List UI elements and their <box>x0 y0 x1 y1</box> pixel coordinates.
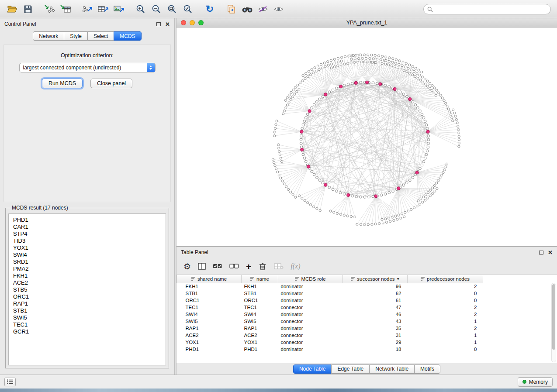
criterion-dropdown[interactable]: largest connected component (undirected) <box>19 63 156 72</box>
table-row[interactable]: RAP1 RAP1 dominator 35 2 <box>177 325 483 332</box>
cell-shared-name: ORC1 <box>177 297 242 304</box>
minimize-window-button[interactable] <box>190 20 195 25</box>
search-input[interactable] <box>423 4 551 14</box>
application-window: ↻ Control Panel ✕ <box>0 0 557 392</box>
panel-list-icon <box>7 379 13 384</box>
find-button[interactable] <box>239 2 255 16</box>
show-all-button[interactable] <box>271 2 287 16</box>
column-header-predecessor-nodes[interactable]: predecessor nodes <box>408 275 483 283</box>
column-header-mcds-role[interactable]: MCDS role <box>278 275 343 283</box>
table-row[interactable]: ORC1 ORC1 dominator 61 0 <box>177 297 483 304</box>
mcds-result-item[interactable]: STB5 <box>13 286 166 293</box>
tab-network-table[interactable]: Network Table <box>369 364 415 374</box>
zoom-fit-button[interactable] <box>164 2 180 16</box>
table-row[interactable]: SWI4 SWI4 dominator 46 2 <box>177 311 483 318</box>
mcds-result-item[interactable]: STP4 <box>13 230 166 237</box>
float-panel-icon[interactable] <box>156 22 161 26</box>
table-row[interactable]: ACE2 ACE2 connector 31 1 <box>177 332 483 339</box>
cell-name: SWI4 <box>242 311 278 318</box>
mcds-result-item[interactable]: ACE2 <box>13 279 166 286</box>
mcds-result-item[interactable]: FKH1 <box>13 272 166 279</box>
tab-motifs[interactable]: Motifs <box>414 364 440 374</box>
memory-button[interactable]: Memory <box>518 377 553 387</box>
cell-shared-name: PHD1 <box>177 346 242 353</box>
delete-column-button[interactable] <box>258 261 267 272</box>
cell-mcds-role: dominator <box>278 325 343 332</box>
clone-network-button[interactable] <box>224 2 239 16</box>
table-row[interactable]: YOX1 YOX1 connector 29 1 <box>177 339 483 346</box>
column-header-name[interactable]: name <box>242 275 278 283</box>
export-image-button[interactable] <box>111 2 127 16</box>
mcds-result-item[interactable]: TID3 <box>13 237 166 244</box>
columns-icon <box>198 263 206 270</box>
dropdown-stepper-icon <box>147 63 155 72</box>
gear-icon: ⚙ <box>183 262 191 271</box>
table-row[interactable]: SWI5 SWI5 connector 43 1 <box>177 318 483 325</box>
table-row[interactable]: STB1 STB1 dominator 62 0 <box>177 290 483 297</box>
mcds-result-item[interactable]: CAR1 <box>13 224 166 230</box>
import-network-button[interactable] <box>42 2 58 16</box>
mcds-result-item[interactable]: TEC1 <box>13 321 166 328</box>
network-canvas[interactable] <box>176 28 557 246</box>
close-table-panel-icon[interactable]: ✕ <box>548 250 553 255</box>
memory-status-icon <box>522 380 526 384</box>
mcds-result-item[interactable]: PMA2 <box>13 265 166 272</box>
mcds-result-item[interactable]: PHD1 <box>13 217 166 224</box>
cell-predecessor-nodes: 2 <box>408 325 483 332</box>
close-panel-icon[interactable]: ✕ <box>165 21 170 27</box>
tab-style[interactable]: Style <box>64 31 88 41</box>
cell-mcds-role: dominator <box>278 297 343 304</box>
deselect-all-button[interactable] <box>229 261 239 272</box>
mcds-result-item[interactable]: SWI5 <box>13 314 166 321</box>
tab-mcds[interactable]: MCDS <box>114 31 141 41</box>
open-file-button[interactable] <box>4 2 20 16</box>
close-panel-button[interactable]: Close panel <box>90 79 132 88</box>
cell-shared-name: RAP1 <box>177 325 242 332</box>
add-column-button[interactable]: + <box>246 261 251 272</box>
tab-edge-table[interactable]: Edge Table <box>331 364 370 374</box>
cell-successor-nodes: 62 <box>343 290 408 297</box>
run-mcds-button[interactable]: Run MCDS <box>42 79 83 88</box>
zoom-in-button[interactable] <box>133 2 149 16</box>
cell-successor-nodes: 35 <box>343 325 408 332</box>
table-toolbar: ⚙ + f <box>176 258 557 275</box>
table-row[interactable]: PHD1 PHD1 dominator 18 0 <box>177 346 483 353</box>
show-panels-button[interactable] <box>4 378 16 386</box>
network-and-table-area: YPA_prune.txt_1 Table Panel ✕ <box>176 18 557 375</box>
mcds-result-item[interactable]: RAP1 <box>13 300 166 307</box>
export-table-button[interactable] <box>95 2 111 16</box>
zoom-out-button[interactable] <box>149 2 164 16</box>
zoom-selected-button[interactable] <box>180 2 196 16</box>
mcds-result-item[interactable]: ORC1 <box>13 293 166 300</box>
cell-successor-nodes: 61 <box>343 297 408 304</box>
column-header-shared-name[interactable]: shared name <box>177 275 242 283</box>
table-settings-button[interactable]: ⚙ <box>183 261 191 272</box>
tab-node-table[interactable]: Node Table <box>293 364 332 374</box>
table-row[interactable]: TEC1 TEC1 connector 47 2 <box>177 304 483 311</box>
import-table-button[interactable] <box>58 2 73 16</box>
mcds-result-item[interactable]: YOX1 <box>13 244 166 251</box>
show-columns-button[interactable] <box>198 261 206 272</box>
close-window-button[interactable] <box>181 20 186 25</box>
tab-select[interactable]: Select <box>87 31 114 41</box>
tab-network[interactable]: Network <box>33 31 64 41</box>
hide-selected-button[interactable] <box>255 2 271 16</box>
mcds-result-item[interactable]: SWI4 <box>13 251 166 258</box>
export-network-button[interactable] <box>80 2 95 16</box>
select-all-button[interactable] <box>213 261 222 272</box>
mcds-result-item[interactable]: GCR1 <box>13 328 166 335</box>
cell-predecessor-nodes: 1 <box>408 318 483 325</box>
mcds-result-item[interactable]: SRD1 <box>13 258 166 265</box>
table-scrollbar-thumb[interactable] <box>552 284 555 350</box>
maximize-window-button[interactable] <box>198 20 204 25</box>
save-button[interactable] <box>20 2 36 16</box>
float-table-panel-icon[interactable] <box>539 251 543 254</box>
cell-name: YOX1 <box>242 339 278 346</box>
mcds-result-item[interactable]: STB1 <box>13 307 166 314</box>
network-canvas-container <box>176 28 557 246</box>
table-row[interactable]: FKH1 FKH1 dominator 96 2 <box>177 283 483 290</box>
cell-name: TEC1 <box>242 304 278 311</box>
table-scrollbar[interactable] <box>551 283 556 362</box>
refresh-button[interactable]: ↻ <box>202 2 218 16</box>
column-header-successor-nodes[interactable]: successor nodes▾ <box>343 275 408 283</box>
